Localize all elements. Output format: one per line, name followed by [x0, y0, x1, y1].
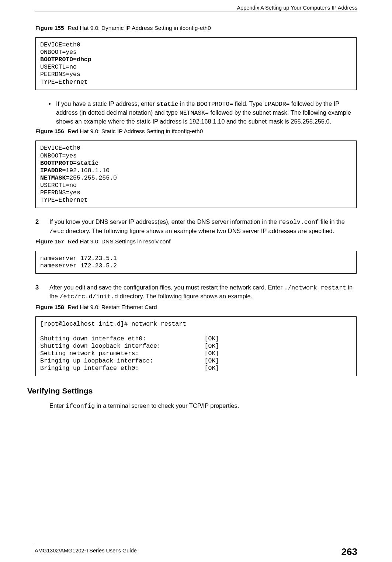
text: in the	[178, 100, 197, 107]
code-line: 192.168.1.10	[66, 167, 110, 174]
footer-rule	[35, 544, 357, 544]
running-header: Appendix A Setting up Your Computer's IP…	[237, 4, 357, 12]
figure-156-caption: Figure 156Red Hat 9.0: Static IP Address…	[35, 128, 357, 135]
code-inline: resolv.conf	[278, 219, 319, 226]
code-line: ONBOOT=yes	[40, 152, 77, 159]
header-rule	[35, 11, 357, 11]
figure-caption-text: Red Hat 9.0: Dynamic IP Address Setting …	[68, 25, 211, 31]
code-line: TYPE=Ethernet	[40, 197, 88, 204]
code-line: PEERDNS=yes	[40, 71, 80, 78]
code-inline: BOOTPROTO=	[197, 101, 233, 108]
figure-155-code: DEVICE=eth0 ONBOOT=yes BOOTPROTO=dhcp US…	[35, 37, 357, 90]
text: If you have a static IP address, enter	[56, 100, 156, 107]
figure-caption-text: Red Hat 9.0: Static IP Address Setting i…	[68, 128, 203, 134]
code-inline: /etc	[49, 228, 64, 235]
text: directory. The following figure shows an…	[64, 228, 334, 234]
code-inline: NETMASK=	[180, 110, 209, 117]
code-line: DEVICE=eth0	[40, 145, 80, 152]
code-line-bold: NETMASK=	[40, 174, 69, 181]
code-inline: ifconfig	[66, 403, 95, 410]
code-line: USERCTL=no	[40, 182, 77, 189]
text: After you edit and save the configuratio…	[49, 284, 284, 291]
text: directory. The following figure shows an…	[118, 293, 252, 299]
code-line-bold: IPADDR=	[40, 167, 66, 174]
bullet-static-ip: •If you have a static IP address, enter …	[56, 100, 357, 126]
step-3: 3After you edit and save the configurati…	[49, 283, 357, 301]
code-line: PEERDNS=yes	[40, 189, 80, 196]
code-line: Setting network parameters: [OK]	[40, 350, 219, 357]
code-inline: IPADDR=	[264, 101, 289, 108]
code-line: USERCTL=no	[40, 63, 77, 70]
code-line: Bringing up loopback interface: [OK]	[40, 357, 219, 364]
step-number: 3	[35, 283, 49, 291]
figure-label: Figure 155	[35, 25, 64, 31]
code-line: nameserver 172.23.5.2	[40, 262, 117, 269]
code-inline: ./network restart	[284, 284, 346, 291]
code-line: Shutting down loopback interface: [OK]	[40, 343, 219, 350]
step-number: 2	[35, 218, 49, 226]
figure-157-caption: Figure 157Red Hat 9.0: DNS Settings in r…	[35, 238, 357, 246]
figure-caption-text: Red Hat 9.0: DNS Settings in resolv.conf	[68, 238, 171, 244]
page-content: Figure 155Red Hat 9.0: Dynamic IP Addres…	[35, 22, 357, 416]
figure-158-caption: Figure 158Red Hat 9.0: Restart Ethernet …	[35, 303, 357, 311]
code-line: nameserver 172.23.5.1	[40, 255, 117, 262]
footer-page-number: 263	[341, 545, 357, 558]
step-2: 2If you know your DNS server IP address(…	[49, 218, 357, 236]
footer-guide-title: AMG1302/AMG1202-TSeries User's Guide	[35, 547, 137, 555]
page-frame: Appendix A Setting up Your Computer's IP…	[27, 0, 365, 562]
figure-158-code: [root@localhost init.d]# network restart…	[35, 316, 357, 377]
verify-paragraph: Enter ifconfig in a terminal screen to c…	[49, 402, 357, 410]
figure-label: Figure 158	[35, 304, 64, 310]
code-line-bold: BOOTPROTO=dhcp	[40, 56, 91, 63]
code-inline: static	[156, 101, 178, 108]
heading-verifying-settings: Verifying Settings	[27, 386, 357, 396]
code-line: ONBOOT=yes	[40, 49, 77, 56]
figure-156-code: DEVICE=eth0 ONBOOT=yes BOOTPROTO=static …	[35, 140, 357, 208]
figure-label: Figure 156	[35, 128, 64, 134]
text: Enter	[49, 402, 66, 409]
figure-caption-text: Red Hat 9.0: Restart Ethernet Card	[68, 304, 157, 310]
figure-157-code: nameserver 172.23.5.1 nameserver 172.23.…	[35, 251, 357, 274]
text: field. Type	[233, 100, 264, 107]
code-line: DEVICE=eth0	[40, 41, 80, 48]
code-line: 255.255.255.0	[69, 174, 117, 181]
code-line: Bringing up interface eth0: [OK]	[40, 365, 219, 372]
code-line: Shutting down interface eth0: [OK]	[40, 335, 219, 342]
text: file in the	[319, 218, 345, 225]
text: If you know your DNS server IP address(e…	[49, 218, 278, 225]
figure-155-caption: Figure 155Red Hat 9.0: Dynamic IP Addres…	[35, 24, 357, 32]
code-line: TYPE=Ethernet	[40, 79, 88, 86]
bullet-marker: •	[49, 100, 56, 108]
figure-label: Figure 157	[35, 238, 64, 244]
code-line-bold: BOOTPROTO=static	[40, 160, 98, 167]
text: in a terminal screen to check your TCP/I…	[95, 402, 239, 409]
code-inline: /etc/rc.d/init.d	[60, 293, 118, 300]
code-line: [root@localhost init.d]# network restart	[40, 320, 186, 327]
